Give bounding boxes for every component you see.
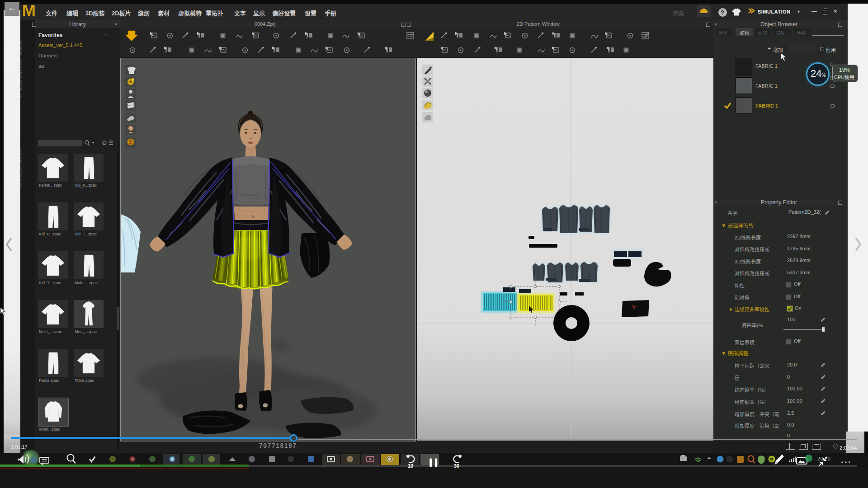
svg-text:30: 30: [454, 463, 459, 469]
svg-text:10: 10: [408, 463, 413, 469]
